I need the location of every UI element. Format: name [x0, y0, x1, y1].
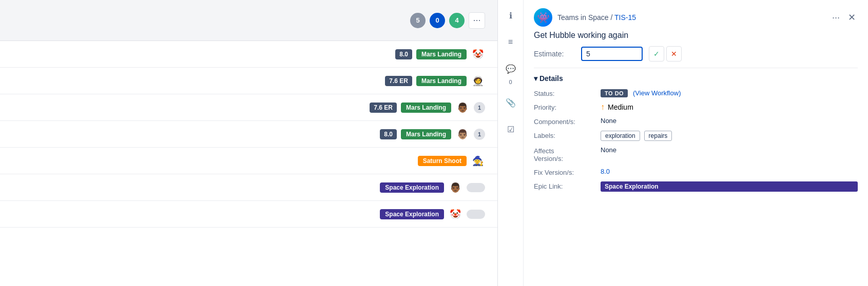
count-badge: 1 [474, 129, 485, 140]
table-row[interactable]: Space Exploration 🤡 [0, 201, 497, 228]
left-header: 5 0 4 ··· [0, 0, 497, 41]
status-label: Status: [534, 89, 601, 97]
table-row[interactable]: Space Exploration 👨🏾 [0, 174, 497, 201]
checklist-icon: ☑ [507, 125, 514, 134]
version-badge: 7.6 ER [385, 76, 412, 86]
attach-icon-btn[interactable]: 📎 [501, 93, 520, 112]
table-row[interactable]: Saturn Shoot 🧙 [0, 148, 497, 174]
estimate-label: Estimate: [534, 50, 575, 58]
info-icon: ℹ [509, 11, 512, 21]
component-label: Component/s: [534, 117, 601, 126]
close-button[interactable]: ✕ [846, 10, 858, 25]
affects-label: Affects Version/s: [534, 146, 601, 162]
version-badge: 8.0 [395, 49, 412, 59]
details-toggle[interactable]: ▾ Details [534, 74, 858, 83]
estimate-actions: ✓ ✕ [649, 46, 682, 62]
right-panel: ℹ ≡ 💬 0 📎 ☑ 👾 Teams in Space / TIS-15 [498, 0, 868, 286]
filter-icon-btn[interactable]: ≡ [501, 33, 520, 51]
fix-value[interactable]: 8.0 [601, 168, 858, 175]
app-info: 👾 Teams in Space / TIS-15 [534, 8, 636, 27]
toggle-switch[interactable] [467, 183, 485, 192]
labels-label: Labels: [534, 131, 601, 139]
info-icon-btn[interactable]: ℹ [501, 6, 520, 25]
breadcrumb-project[interactable]: Teams in Space [557, 13, 609, 22]
issue-title: Get Hubble working again [534, 31, 858, 40]
filter-icon: ≡ [508, 37, 513, 47]
priority-label: Priority: [534, 103, 601, 111]
badge-4: 4 [449, 13, 465, 28]
comment-icon-btn[interactable]: 💬 [501, 59, 520, 78]
epic-badge: Space Exploration [380, 182, 444, 193]
avatar: 👨🏾 [448, 180, 462, 195]
detail-header: 👾 Teams in Space / TIS-15 ··· ✕ [534, 8, 858, 27]
details-grid: Status: TO DO (View Workflow) Priority: … [534, 89, 858, 192]
epic-label: Epic Link: [534, 181, 601, 190]
epic-badge: Mars Landing [401, 103, 451, 113]
epic-badge: Mars Landing [401, 129, 451, 139]
avatar: 🤡 [448, 207, 462, 221]
comment-count: 0 [509, 79, 512, 85]
detail-panel: 👾 Teams in Space / TIS-15 ··· ✕ Get Hubb… [524, 0, 868, 286]
estimate-input[interactable] [581, 47, 643, 61]
label-repairs[interactable]: repairs [644, 131, 672, 141]
app-logo: 👾 [534, 8, 552, 27]
left-panel: 5 0 4 ··· 8.0 Mars Landing 🤡 7.6 ER Mars… [0, 0, 498, 286]
avatar: 👨🏾 [455, 100, 470, 115]
epic-badge: Space Exploration [380, 209, 444, 219]
more-options-button[interactable]: ··· [469, 12, 485, 29]
header-actions: ··· ✕ [830, 10, 858, 25]
priority-icon: ↑ [601, 103, 605, 112]
version-badge: 8.0 [380, 129, 397, 139]
table-row[interactable]: 7.6 ER Mars Landing 👨🏾 1 [0, 94, 497, 121]
priority-text[interactable]: Medium [608, 103, 633, 111]
fix-label: Fix Version/s: [534, 168, 601, 176]
avatar: 🧑‍🚀 [471, 74, 485, 88]
table-row[interactable]: 7.6 ER Mars Landing 🧑‍🚀 [0, 68, 497, 94]
badge-0: 0 [430, 13, 445, 28]
epic-link-badge[interactable]: Space Exploration [601, 181, 858, 192]
toggle-switch[interactable] [467, 210, 485, 219]
labels-value: exploration repairs [601, 131, 858, 141]
issue-table: 8.0 Mars Landing 🤡 7.6 ER Mars Landing 🧑… [0, 41, 497, 286]
comment-icon: 💬 [506, 64, 516, 74]
status-badge[interactable]: TO DO [601, 89, 628, 97]
avatar: 👨🏽 [455, 127, 470, 141]
sidebar: ℹ ≡ 💬 0 📎 ☑ [498, 0, 524, 286]
more-button[interactable]: ··· [830, 10, 842, 25]
breadcrumb: Teams in Space / TIS-15 [557, 13, 636, 22]
affects-value: None [601, 146, 858, 154]
component-value: None [601, 117, 858, 125]
breadcrumb-separator: / [609, 13, 614, 22]
comment-section: 💬 0 [501, 59, 520, 85]
table-row[interactable]: 8.0 Mars Landing 🤡 [0, 41, 497, 68]
label-exploration[interactable]: exploration [601, 131, 640, 141]
view-workflow-link[interactable]: (View Workflow) [633, 89, 681, 97]
epic-badge: Mars Landing [416, 76, 467, 86]
status-value: TO DO (View Workflow) [601, 89, 858, 97]
priority-value: ↑ Medium [601, 103, 858, 112]
confirm-estimate-button[interactable]: ✓ [649, 46, 664, 62]
count-badge: 1 [474, 102, 485, 113]
version-badge: 7.6 ER [370, 103, 397, 113]
badge-5: 5 [410, 13, 426, 28]
avatar: 🤡 [471, 47, 485, 62]
details-section: ▾ Details Status: TO DO (View Workflow) … [534, 68, 858, 192]
epic-badge: Mars Landing [416, 49, 467, 59]
epic-badge: Saturn Shoot [418, 156, 467, 166]
table-row[interactable]: 8.0 Mars Landing 👨🏽 1 [0, 121, 497, 148]
cancel-estimate-button[interactable]: ✕ [666, 46, 682, 62]
breadcrumb-issue[interactable]: TIS-15 [614, 13, 636, 22]
avatar: 🧙 [471, 154, 485, 168]
checklist-icon-btn[interactable]: ☑ [501, 120, 520, 138]
estimate-row: Estimate: ✓ ✕ [534, 46, 858, 62]
attach-icon: 📎 [506, 98, 516, 108]
